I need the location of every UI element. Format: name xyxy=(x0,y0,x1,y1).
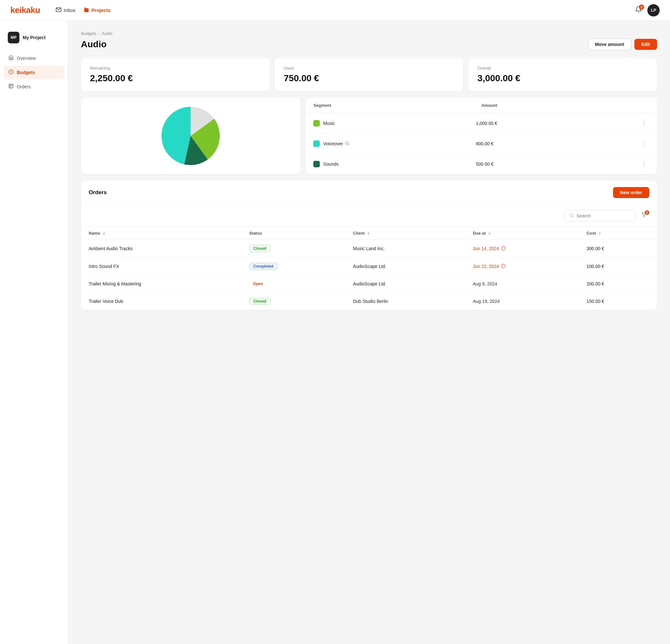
overall-value: 3,000.00 € xyxy=(478,73,648,83)
pie-chart xyxy=(161,107,220,165)
user-avatar[interactable]: LP xyxy=(647,4,660,16)
edit-button[interactable]: Edit xyxy=(634,39,657,50)
project-name: My Project xyxy=(23,35,46,40)
due-date-text: Jun 22, 2024 xyxy=(473,264,499,269)
status-badge: Closed xyxy=(249,245,271,252)
cost-sort-icon: ∨ xyxy=(599,231,601,235)
segment-more-button[interactable]: ⋮ xyxy=(638,139,649,149)
chart-row: Segment Amount Music 1,000.00 € ⋮ Voiceo… xyxy=(81,98,657,174)
remaining-label: Remaining xyxy=(90,66,260,70)
app-logo: keikaku xyxy=(10,5,40,15)
client-sort-icon: ∨ xyxy=(367,231,370,235)
overall-label: Overall xyxy=(478,66,648,70)
segment-name-text: Voiceover xyxy=(323,141,349,147)
hide-icon[interactable] xyxy=(345,141,350,147)
search-input[interactable] xyxy=(576,213,631,218)
svg-rect-2 xyxy=(9,84,13,88)
table-row[interactable]: Trailer Voice Dub Closed Dub Studio Berl… xyxy=(81,293,657,310)
segment-amount: 1,000.00 € xyxy=(476,121,638,126)
status-badge: Closed xyxy=(249,298,271,305)
col-due[interactable]: Due at ∨ xyxy=(465,227,579,240)
segments-card: Segment Amount Music 1,000.00 € ⋮ Voiceo… xyxy=(306,98,657,174)
orders-section: Orders New order 0 xyxy=(81,180,657,310)
order-due: Jun 22, 2024 xyxy=(465,258,579,276)
name-sort-icon: ∨ xyxy=(103,231,105,235)
segment-color-dot xyxy=(313,161,320,167)
main-layout: MP My Project Overview Budgets Orders xyxy=(0,21,670,644)
header-actions: Move amount Edit xyxy=(588,39,657,50)
notification-badge: 0 xyxy=(639,4,644,10)
segments-list: Music 1,000.00 € ⋮ Voiceover 800.00 € ⋮ … xyxy=(306,113,657,174)
order-name: Trailer Mixing & Mastering xyxy=(81,276,241,293)
order-client: AudioScape Ltd. xyxy=(345,276,465,293)
stat-used: Used 750.00 € xyxy=(275,58,464,91)
col-cost[interactable]: Cost ∨ xyxy=(579,227,657,240)
segment-amount: 500.50 € xyxy=(476,161,638,167)
nav-projects[interactable]: Projects xyxy=(83,7,111,14)
col-client[interactable]: Client ∨ xyxy=(345,227,465,240)
filter-button[interactable]: 0 xyxy=(639,210,649,221)
orders-icon xyxy=(9,83,14,90)
budgets-icon xyxy=(9,69,14,76)
sidebar-item-orders-label: Orders xyxy=(17,84,31,89)
segment-more-button[interactable]: ⋮ xyxy=(638,159,649,169)
project-icon: MP xyxy=(8,32,19,43)
sidebar-item-overview[interactable]: Overview xyxy=(4,52,64,65)
order-cost: 100.00 € xyxy=(579,258,657,276)
pie-chart-card xyxy=(81,98,300,174)
table-header: Name ∨ Status Client ∨ Due at ∨ xyxy=(81,227,657,240)
segment-row: Music 1,000.00 € ⋮ xyxy=(306,113,657,134)
col-name[interactable]: Name ∨ xyxy=(81,227,241,240)
breadcrumb-current: Audio xyxy=(102,31,112,36)
sidebar-item-orders[interactable]: Orders xyxy=(4,80,64,93)
sidebar-project: MP My Project xyxy=(4,28,64,46)
notification-button[interactable]: 0 xyxy=(635,6,642,15)
sidebar-item-overview-label: Overview xyxy=(17,56,36,61)
stat-overall: Overall 3,000.00 € xyxy=(468,58,657,91)
inbox-icon xyxy=(56,7,62,14)
due-date-text: Aug 19, 2024 xyxy=(473,299,500,304)
due-sort-icon: ∨ xyxy=(488,231,491,235)
segment-label: Sounds xyxy=(323,161,338,167)
orders-title: Orders xyxy=(89,189,107,196)
order-due: Aug 19, 2024 xyxy=(465,293,579,310)
orders-tbody: Ambient Audio Tracks Closed Music Land I… xyxy=(81,240,657,310)
sidebar-nav: Overview Budgets Orders xyxy=(4,52,64,93)
order-due: Jun 14, 2024 xyxy=(465,240,579,258)
segment-label: Voiceover xyxy=(323,141,343,146)
move-amount-button[interactable]: Move amount xyxy=(588,39,631,50)
breadcrumb: Budgets › Audio xyxy=(81,31,657,36)
order-due: Aug 9, 2024 xyxy=(465,276,579,293)
table-row[interactable]: Ambient Audio Tracks Closed Music Land I… xyxy=(81,240,657,258)
order-name: Ambient Audio Tracks xyxy=(81,240,241,258)
order-cost: 200.00 € xyxy=(579,276,657,293)
segments-header: Segment Amount xyxy=(306,98,657,113)
order-client: Dub Studio Berlin xyxy=(345,293,465,310)
order-name: Intro Sound FX xyxy=(81,258,241,276)
breadcrumb-parent[interactable]: Budgets xyxy=(81,31,96,36)
due-date: Jun 14, 2024 xyxy=(473,246,571,252)
order-status: Closed xyxy=(241,240,345,258)
order-status: Closed xyxy=(241,293,345,310)
breadcrumb-separator: › xyxy=(98,31,100,36)
nav-inbox[interactable]: Inbox xyxy=(56,7,76,14)
segment-name-text: Music xyxy=(323,121,335,126)
nav-links: Inbox Projects xyxy=(56,7,625,14)
projects-icon xyxy=(83,7,89,14)
due-date: Aug 19, 2024 xyxy=(473,299,571,304)
order-status: Open xyxy=(241,276,345,293)
warning-icon xyxy=(501,246,506,252)
sidebar-item-budgets[interactable]: Budgets xyxy=(4,66,64,79)
new-order-button[interactable]: New order xyxy=(613,187,649,198)
table-row[interactable]: Intro Sound FX Completed AudioScape Ltd.… xyxy=(81,258,657,276)
top-nav: keikaku Inbox Projects 0 LP xyxy=(0,0,670,21)
segment-color-dot xyxy=(313,140,320,147)
order-client: Music Land Inc. xyxy=(345,240,465,258)
segment-more-button[interactable]: ⋮ xyxy=(638,119,649,128)
table-row[interactable]: Trailer Mixing & Mastering Open AudioSca… xyxy=(81,276,657,293)
due-date-text: Jun 14, 2024 xyxy=(473,246,499,251)
order-name: Trailer Voice Dub xyxy=(81,293,241,310)
due-date: Aug 9, 2024 xyxy=(473,281,571,286)
used-label: Used xyxy=(284,66,454,70)
nav-right: 0 LP xyxy=(635,4,660,16)
